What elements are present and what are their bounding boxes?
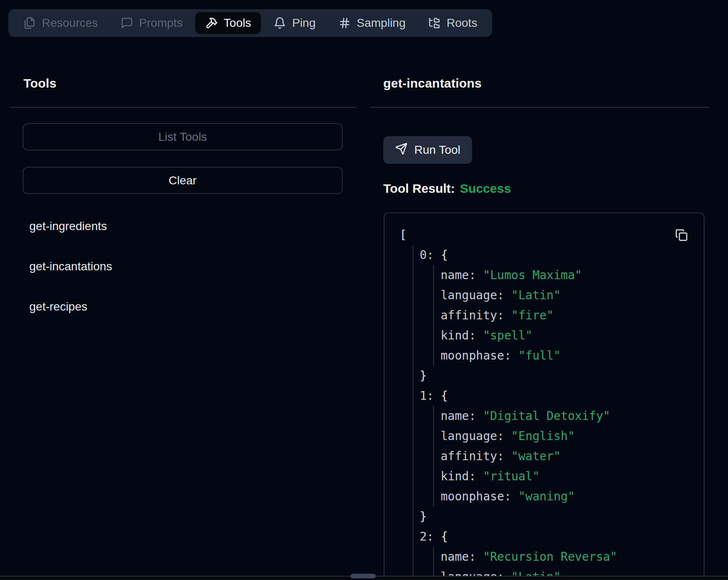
selected-tool-title: get-incantations (383, 76, 482, 91)
copy-icon (675, 229, 689, 241)
run-tool-button[interactable]: Run Tool (383, 136, 472, 164)
tab-label: Ping (292, 16, 315, 30)
json-line: kind: "spell" (441, 326, 691, 346)
run-tool-label: Run Tool (414, 143, 460, 157)
json-line: language: "English" (441, 426, 691, 446)
tool-list-item[interactable]: get-ingredients (29, 206, 129, 246)
json-line: 2: { (420, 527, 691, 547)
hash-icon (338, 17, 351, 29)
json-line: language: "Latin" (441, 285, 691, 306)
json-line: [ (400, 225, 691, 245)
capability-tabbar: ResourcesPromptsToolsPingSamplingRoots (8, 9, 492, 37)
tab-label: Tools (224, 16, 251, 30)
tool-list-item[interactable]: get-recipes (29, 287, 129, 327)
copy-button[interactable] (675, 228, 689, 242)
hammer-icon (205, 17, 218, 29)
json-line: } (420, 507, 691, 527)
send-icon (395, 142, 408, 158)
tab-label: Sampling (357, 16, 406, 30)
tab-resources[interactable]: Resources (13, 12, 108, 34)
json-line: moonphase: "waning" (441, 487, 691, 507)
json-line: 1: { (420, 386, 691, 406)
message-square-icon (121, 17, 133, 29)
files-icon (23, 17, 36, 29)
tab-label: Resources (42, 16, 98, 30)
json-line: affinity: "water" (441, 446, 691, 466)
json-line: moonphase: "full" (441, 346, 691, 366)
json-line: } (420, 366, 691, 386)
left-panel-title: Tools (23, 76, 57, 91)
tab-roots[interactable]: Roots (418, 12, 487, 34)
pane-resize-handle[interactable] (351, 574, 376, 578)
json-result-tree: [0: {name: "Lumos Maxima"language: "Lati… (400, 225, 691, 580)
json-line: 0: { (420, 245, 691, 265)
tab-prompts[interactable]: Prompts (111, 12, 193, 34)
json-line: kind: "ritual" (441, 466, 691, 487)
tools-list: get-ingredientsget-incantationsget-recip… (29, 206, 129, 327)
left-panel-divider (9, 107, 356, 108)
tool-result-json-box: [0: {name: "Lumos Maxima"language: "Lati… (384, 212, 705, 580)
right-panel-divider (369, 107, 710, 108)
tab-label: Prompts (139, 16, 183, 30)
folder-tree-icon (428, 17, 441, 29)
json-line: name: "Lumos Maxima" (441, 265, 691, 285)
bell-icon (274, 17, 286, 29)
tool-result-line: Tool Result:Success (383, 181, 511, 196)
list-tools-button[interactable]: List Tools (23, 123, 343, 150)
tool-result-status: Success (460, 181, 511, 195)
tab-sampling[interactable]: Sampling (328, 12, 416, 34)
json-line: affinity: "fire" (441, 306, 691, 326)
tool-list-item[interactable]: get-incantations (29, 246, 129, 287)
clear-button[interactable]: Clear (23, 167, 343, 194)
tab-label: Roots (447, 16, 477, 30)
tool-result-label: Tool Result: (383, 181, 455, 195)
tab-ping[interactable]: Ping (263, 12, 325, 34)
json-line: name: "Recursion Reversa" (441, 547, 691, 567)
tab-tools[interactable]: Tools (195, 12, 261, 34)
json-line: name: "Digital Detoxify" (441, 406, 691, 426)
